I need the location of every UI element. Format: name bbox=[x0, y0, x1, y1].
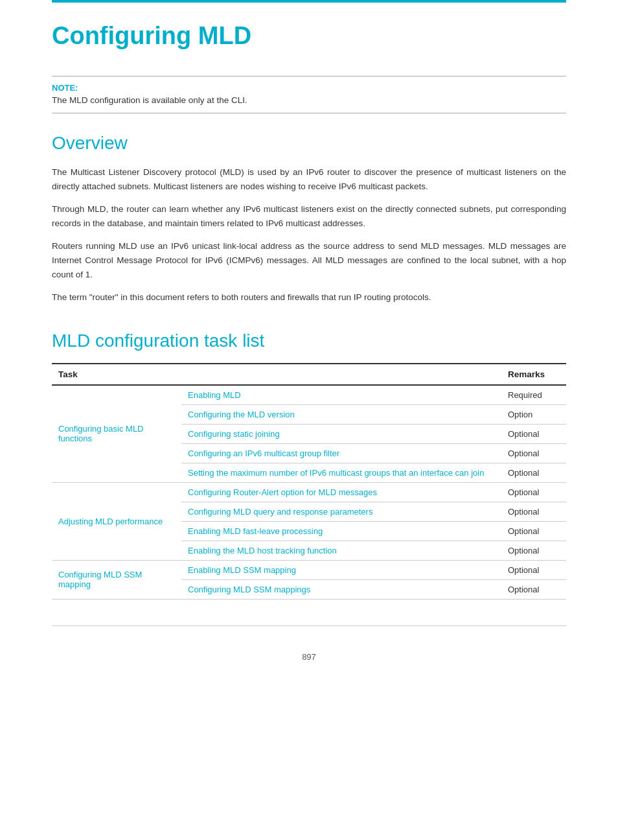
task-list-section: MLD configuration task list Task Remarks… bbox=[52, 331, 566, 600]
task-router-alert: Configuring Router-Alert option for MLD … bbox=[181, 482, 501, 502]
overview-title: Overview bbox=[52, 133, 566, 154]
overview-section: Overview The Multicast Listener Discover… bbox=[52, 133, 566, 305]
table-row: Configuring MLD SSM mapping Enabling MLD… bbox=[52, 560, 566, 579]
task-table: Task Remarks Configuring basic MLD funct… bbox=[52, 363, 566, 600]
task-fast-leave: Enabling MLD fast-leave processing bbox=[181, 521, 501, 541]
category-ssm-mapping: Configuring MLD SSM mapping bbox=[52, 560, 181, 599]
remarks-static-joining: Optional bbox=[501, 424, 566, 443]
remarks-query-response: Optional bbox=[501, 502, 566, 521]
remarks-host-tracking: Optional bbox=[501, 541, 566, 560]
remarks-mld-version: Option bbox=[501, 404, 566, 424]
category-adjusting-mld: Adjusting MLD performance bbox=[52, 482, 181, 560]
remarks-configure-ssm: Optional bbox=[501, 579, 566, 599]
overview-para-1: The Multicast Listener Discovery protoco… bbox=[52, 165, 566, 193]
task-enable-ssm: Enabling MLD SSM mapping bbox=[181, 560, 501, 579]
note-label: NOTE: bbox=[52, 83, 566, 93]
remarks-ipv6-filter: Optional bbox=[501, 443, 566, 463]
page-number: 897 bbox=[52, 652, 566, 662]
note-box: NOTE: The MLD configuration is available… bbox=[52, 76, 566, 113]
top-accent-border bbox=[52, 0, 566, 3]
overview-para-2: Through MLD, the router can learn whethe… bbox=[52, 202, 566, 230]
category-basic-mld: Configuring basic MLD functions bbox=[52, 385, 181, 483]
note-text: The MLD configuration is available only … bbox=[52, 95, 566, 105]
col-header-task-name bbox=[181, 364, 501, 385]
col-header-task: Task bbox=[52, 364, 181, 385]
remarks-enabling-mld: Required bbox=[501, 385, 566, 405]
task-query-response: Configuring MLD query and response param… bbox=[181, 502, 501, 521]
task-ipv6-filter: Configuring an IPv6 multicast group filt… bbox=[181, 443, 501, 463]
remarks-router-alert: Optional bbox=[501, 482, 566, 502]
overview-para-4: The term "router" in this document refer… bbox=[52, 290, 566, 305]
table-row: Adjusting MLD performance Configuring Ro… bbox=[52, 482, 566, 502]
task-max-groups: Setting the maximum number of IPv6 multi… bbox=[181, 463, 501, 482]
bottom-divider bbox=[52, 625, 566, 626]
task-enabling-mld: Enabling MLD bbox=[181, 385, 501, 405]
task-static-joining: Configuring static joining bbox=[181, 424, 501, 443]
remarks-enable-ssm: Optional bbox=[501, 560, 566, 579]
remarks-max-groups: Optional bbox=[501, 463, 566, 482]
task-configure-ssm: Configuring MLD SSM mappings bbox=[181, 579, 501, 599]
col-header-remarks: Remarks bbox=[501, 364, 566, 385]
page-title: Configuring MLD bbox=[52, 22, 566, 50]
table-row: Configuring basic MLD functions Enabling… bbox=[52, 385, 566, 405]
overview-para-3: Routers running MLD use an IPv6 unicast … bbox=[52, 239, 566, 281]
task-mld-version: Configuring the MLD version bbox=[181, 404, 501, 424]
task-list-title: MLD configuration task list bbox=[52, 331, 566, 351]
task-host-tracking: Enabling the MLD host tracking function bbox=[181, 541, 501, 560]
remarks-fast-leave: Optional bbox=[501, 521, 566, 541]
